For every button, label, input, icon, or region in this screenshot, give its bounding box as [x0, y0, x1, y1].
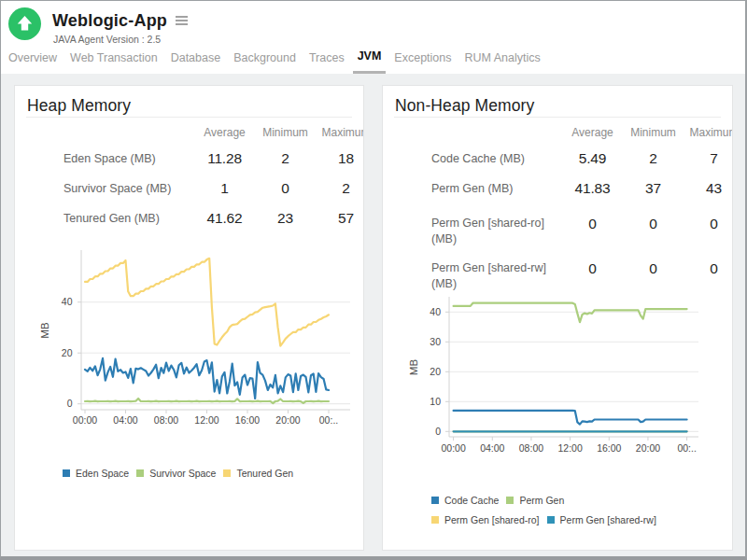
hamburger-menu-icon[interactable] — [176, 14, 188, 27]
series-line-code-cache — [454, 411, 687, 425]
metric-label: Tenured Gen (MB) — [15, 211, 194, 227]
metric-value: 37 — [623, 180, 684, 197]
tab-jvm[interactable]: JVM — [353, 45, 387, 74]
x-tick-label: 16:00 — [597, 442, 621, 454]
metric-label-line1: Perm Gen [shared-rw] — [431, 260, 562, 276]
legend-row: Perm Gen [shared-ro]Perm Gen [shared-rw] — [431, 510, 664, 529]
legend-item-perm-gen-shared-ro[interactable]: Perm Gen [shared-ro] — [431, 514, 540, 525]
legend-item-code-cache[interactable]: Code Cache — [431, 495, 499, 506]
table-row: Perm Gen (MB)41.833743 — [383, 174, 733, 203]
x-tick-label: 20:00 — [636, 442, 660, 454]
metric-label-line1: Perm Gen [shared-ro] — [431, 216, 562, 231]
column-header-average: Average — [562, 126, 623, 139]
metric-value: 23 — [255, 210, 316, 227]
metric-value: 0 — [684, 260, 733, 276]
legend-label: Perm Gen [shared-rw] — [560, 514, 656, 525]
metric-value: 0 — [255, 180, 316, 197]
table-row: Tenured Gen (MB)41.622357 — [15, 203, 364, 233]
table-row: Perm Gen [shared-ro](MB)000 — [383, 203, 733, 248]
legend-swatch — [63, 469, 70, 477]
legend-item-tenured-gen[interactable]: Tenured Gen — [223, 468, 293, 479]
metric-label: Code Cache (MB) — [383, 151, 562, 167]
metric-value: 2 — [255, 150, 316, 167]
metric-value: 0 — [562, 216, 623, 231]
panel-title-divider — [26, 117, 352, 118]
hamburger-bar — [176, 16, 188, 18]
x-tick-label: 00:.. — [677, 442, 696, 454]
x-tick-label: 08:00 — [154, 414, 178, 426]
tab-database[interactable]: Database — [166, 45, 226, 74]
table-row: Eden Space (MB)11.28218 — [15, 144, 364, 174]
metric-value: 41.62 — [194, 210, 255, 227]
y-tick-label: 20 — [62, 347, 73, 358]
metric-value: 0 — [623, 260, 684, 276]
legend-label: Tenured Gen — [236, 468, 293, 479]
hamburger-bar — [176, 23, 188, 25]
y-tick-label: 40 — [62, 296, 73, 307]
title-row: Weblogic-App — [52, 9, 188, 32]
legend-item-perm-gen[interactable]: Perm Gen — [506, 495, 564, 506]
legend-swatch — [136, 469, 144, 477]
tab-web-transaction[interactable]: Web Transaction — [65, 45, 162, 74]
legend-swatch — [431, 516, 439, 524]
legend-item-perm-gen-shared-rw[interactable]: Perm Gen [shared-rw] — [547, 514, 656, 525]
non-heap-memory-table: AverageMinimumMaximumCode Cache (MB)5.49… — [383, 121, 733, 293]
metric-value: 57 — [316, 210, 364, 227]
heap-memory-panel: 02040MB00:0004:0008:0012:0016:0020:0000:… — [14, 85, 364, 551]
agent-version-label: JAVA Agent Version : 2.5 — [53, 34, 161, 45]
metric-value: 41.83 — [562, 180, 623, 197]
y-axis-label: MB — [39, 322, 50, 339]
tab-background[interactable]: Background — [229, 45, 301, 74]
metric-value: 0 — [562, 260, 623, 276]
legend-label: Perm Gen — [519, 495, 564, 506]
y-tick-label: 0 — [435, 426, 441, 437]
non-heap-memory-panel: 010203040MB00:0004:0008:0012:0016:0020:0… — [382, 85, 733, 551]
app-window: Weblogic-App JAVA Agent Version : 2.5 Ov… — [0, 0, 747, 560]
x-tick-label: 00:00 — [441, 442, 465, 454]
x-tick-label: 16:00 — [235, 414, 260, 426]
legend-swatch — [506, 497, 514, 504]
tab-rum-analytics[interactable]: RUM Analytics — [460, 45, 545, 74]
header: Weblogic-App JAVA Agent Version : 2.5 Ov… — [1, 1, 745, 74]
tab-overview[interactable]: Overview — [4, 45, 62, 74]
legend-label: Eden Space — [76, 468, 129, 479]
legend-label: Code Cache — [444, 495, 499, 506]
metric-value: 2 — [623, 150, 684, 167]
y-tick-label: 0 — [67, 398, 73, 409]
legend-row: Code CachePerm Gen — [431, 490, 664, 510]
x-tick-label: 12:00 — [557, 442, 582, 454]
metric-value: 0 — [684, 216, 733, 231]
x-tick-label: 00:.. — [319, 414, 338, 426]
x-tick-label: 08:00 — [519, 442, 543, 454]
non-heap-memory-title: Non-Heap Memory — [395, 96, 534, 116]
app-avatar — [8, 7, 41, 40]
legend-swatch — [431, 497, 439, 504]
y-axis-label: MB — [408, 359, 419, 376]
y-tick-label: 40 — [430, 306, 441, 317]
metric-value: 2 — [316, 180, 364, 197]
legend-item-survivor-space[interactable]: Survivor Space — [136, 468, 216, 479]
heap-memory-title: Heap Memory — [27, 96, 131, 116]
legend-item-eden-space[interactable]: Eden Space — [63, 468, 129, 479]
y-tick-label: 20 — [430, 366, 441, 377]
legend-label: Survivor Space — [149, 468, 216, 479]
legend-swatch — [223, 469, 231, 477]
metric-label: Perm Gen (MB) — [383, 181, 562, 197]
tab-exceptions[interactable]: Exceptions — [389, 45, 456, 74]
metric-value: 11.28 — [194, 150, 255, 167]
x-tick-label: 04:00 — [480, 442, 504, 454]
x-tick-label: 20:00 — [275, 414, 300, 426]
metric-label: Eden Space (MB) — [15, 151, 194, 167]
metric-label: Perm Gen [shared-rw](MB) — [383, 260, 562, 292]
metric-value: 7 — [684, 150, 733, 167]
upload-arrow-icon — [8, 7, 41, 40]
hamburger-bar — [176, 20, 188, 21]
metric-value: 18 — [316, 150, 364, 167]
series-line-perm-gen — [454, 303, 687, 323]
legend-row: Eden SpaceSurvivor SpaceTenured Gen — [63, 463, 301, 483]
y-tick-label: 30 — [430, 336, 441, 347]
table-row: Code Cache (MB)5.4927 — [383, 144, 733, 174]
column-header-average: Average — [194, 126, 255, 139]
tab-traces[interactable]: Traces — [304, 45, 349, 74]
table-row: Perm Gen [shared-rw](MB)000 — [383, 248, 733, 293]
